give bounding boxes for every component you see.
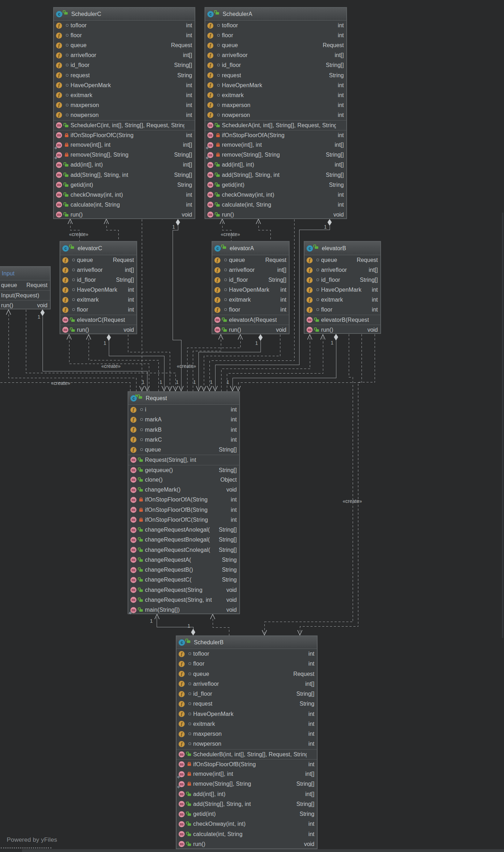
svg-text:1: 1 [193, 379, 196, 385]
svg-text:«create»: «create» [221, 231, 240, 237]
svg-text:1: 1 [142, 379, 145, 385]
svg-text:1: 1 [150, 618, 153, 624]
svg-text:1: 1 [226, 379, 229, 385]
svg-text:1: 1 [176, 379, 179, 385]
svg-text:1: 1 [187, 623, 190, 629]
svg-text:1: 1 [331, 340, 334, 346]
svg-text:1: 1 [210, 379, 213, 385]
svg-text:«create»: «create» [101, 363, 121, 369]
svg-text:«create»: «create» [177, 363, 196, 369]
svg-text:1: 1 [255, 340, 258, 346]
svg-text:1: 1 [324, 224, 327, 230]
svg-text:«create»: «create» [69, 231, 89, 237]
svg-text:1: 1 [38, 314, 40, 320]
svg-text:1: 1 [172, 224, 175, 230]
svg-text:1: 1 [103, 340, 106, 346]
svg-text:«create»: «create» [51, 380, 71, 386]
svg-text:«create»: «create» [343, 498, 362, 504]
svg-text:1: 1 [159, 379, 162, 385]
